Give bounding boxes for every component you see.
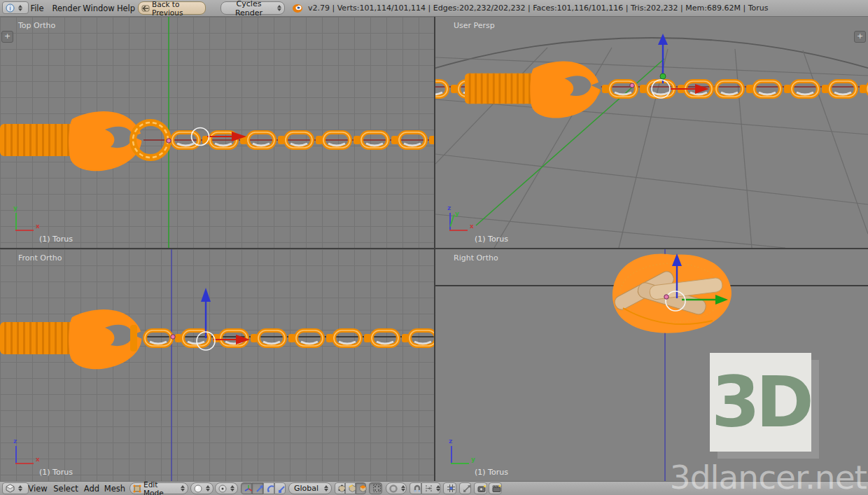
limit-to-visible-button[interactable]	[369, 482, 382, 494]
render-engine-stepper	[277, 5, 281, 11]
pivot-icon	[218, 484, 227, 493]
edit-mode-icon	[133, 484, 141, 493]
render-clapper-icon	[492, 484, 501, 493]
gizmo-x-axis	[449, 230, 468, 231]
manipulator-x-arrow[interactable]	[695, 84, 709, 94]
snap-toggle-button[interactable]	[410, 482, 421, 494]
3d-logo-text: 3D	[711, 368, 810, 438]
gizmo-z-axis	[451, 446, 452, 464]
axis-gizmo-right: z y	[440, 433, 476, 470]
render-engine-select[interactable]: Cycles Render	[220, 1, 285, 15]
viewport-top-ortho[interactable]: Top Ortho (1) Torus + y x	[0, 17, 434, 248]
chain-mesh-top-view[interactable]	[0, 111, 434, 171]
snap-increment-icon	[425, 484, 433, 492]
transform-orientation-select[interactable]: Global	[288, 482, 332, 494]
properties-panel-expand-tab[interactable]: +	[854, 31, 866, 43]
opengl-render-button[interactable]	[474, 482, 487, 494]
translate-manipulator-button[interactable]	[252, 482, 263, 494]
gizmo-x-label: x	[36, 456, 40, 463]
site-watermark: 3dlancer.net	[670, 458, 867, 495]
axis-gizmo-top: y x	[4, 200, 41, 237]
editor-type-button[interactable]	[2, 482, 29, 494]
scale-manipulator-button[interactable]	[274, 482, 286, 494]
viewport-canvas-top-ortho[interactable]	[0, 17, 434, 248]
manipulator-z-arrow[interactable]	[658, 34, 668, 45]
snap-grid-dot-icon	[447, 484, 456, 493]
scene-statistics: v2.79 | Verts:101,114/101,114 | Edges:20…	[308, 0, 768, 16]
viewport-front-ortho[interactable]: Front Ortho (1) Torus z x	[0, 249, 434, 481]
viewport-canvas-front-ortho[interactable]	[0, 249, 434, 481]
viewport-label: Right Ortho	[454, 253, 498, 263]
svg-text:i: i	[9, 4, 11, 11]
pivot-stepper	[230, 485, 234, 491]
manipulator-z-arrow[interactable]	[201, 288, 211, 302]
render-camera-icon	[477, 484, 486, 493]
editor-type-stepper	[18, 5, 22, 11]
active-object-label: (1) Torus	[475, 235, 508, 244]
vertex-select-button[interactable]	[335, 482, 345, 494]
blender-logo-icon	[292, 3, 303, 13]
mode-stepper	[181, 485, 185, 491]
viewport-user-persp[interactable]: User Persp (1) Torus + z y x	[435, 17, 868, 248]
3d-logo-watermark: 3D	[710, 353, 811, 452]
proportional-edit-select[interactable]	[386, 482, 407, 494]
blender-window: i File Render Window Help Back to Previo…	[0, 0, 868, 495]
back-to-previous-label: Back to Previous	[152, 0, 202, 17]
snap-element-select[interactable]	[421, 482, 440, 494]
axis-gizmo-persp: z y x	[440, 200, 476, 237]
gizmo-x-axis	[15, 463, 34, 464]
edge-select-button[interactable]	[345, 482, 356, 494]
align-arrows-icon	[463, 484, 471, 493]
manipulator-toggle-button[interactable]	[241, 482, 252, 494]
mode-select[interactable]: Edit Mode	[130, 482, 188, 494]
viewport-label: User Persp	[454, 21, 495, 30]
face-select-button[interactable]	[356, 482, 366, 494]
pivot-point-select[interactable]	[215, 482, 238, 494]
face-mode-icon	[359, 484, 367, 492]
rotate-manipulator-button[interactable]	[263, 482, 274, 494]
viewport-shading-select[interactable]	[190, 482, 214, 494]
tool-shelf-expand-tab[interactable]: +	[1, 31, 13, 43]
snap-element-stepper	[436, 485, 440, 491]
menu-window[interactable]: Window	[81, 0, 116, 16]
menu-help[interactable]: Help	[113, 0, 139, 16]
render-engine-value: Cycles Render	[224, 0, 274, 18]
gizmo-x-axis	[15, 230, 34, 231]
snap-target-button[interactable]	[443, 482, 456, 494]
proportional-stepper	[401, 485, 405, 491]
menu-render[interactable]: Render	[49, 0, 84, 16]
shading-sphere-icon	[194, 484, 202, 493]
chain-mesh-right-view[interactable]	[612, 253, 732, 333]
object-origin-dot	[167, 139, 171, 143]
gizmo-z-label: z	[447, 204, 451, 211]
proportional-circle-icon	[389, 484, 398, 493]
viewport-label: Top Ortho	[18, 21, 55, 30]
menu-select[interactable]: Select	[52, 482, 80, 495]
menu-view[interactable]: View	[27, 482, 49, 495]
object-origin-dot	[664, 295, 668, 299]
editor-type-stepper	[18, 485, 22, 491]
viewport-canvas-user-persp[interactable]	[435, 17, 868, 248]
orientation-value: Global	[292, 484, 321, 493]
menu-file[interactable]: File	[25, 0, 49, 16]
axis-y-handle[interactable]	[660, 74, 666, 79]
gizmo-y-label: y	[471, 456, 475, 463]
info-header-bar: i File Render Window Help Back to Previo…	[0, 0, 868, 17]
orientation-stepper	[324, 485, 328, 491]
mode-value: Edit Mode	[144, 480, 177, 495]
menu-mesh[interactable]: Mesh	[103, 482, 127, 495]
object-origin-dot	[171, 335, 175, 339]
scale-icon	[278, 484, 286, 493]
gizmo-y-axis	[451, 463, 469, 464]
viewport-editor-icon	[6, 484, 15, 493]
gizmo-x-label: x	[36, 223, 40, 230]
axis-gizmo-front: z x	[4, 433, 41, 470]
active-object-label: (1) Torus	[475, 468, 508, 477]
viewport-label: Front Ortho	[18, 253, 62, 263]
back-to-previous-button[interactable]: Back to Previous	[138, 1, 206, 15]
occlude-geometry-icon	[372, 484, 382, 493]
snap-align-button[interactable]	[459, 482, 471, 494]
opengl-render-anim-button[interactable]	[489, 482, 502, 494]
menu-add[interactable]: Add	[82, 482, 102, 495]
shading-stepper	[206, 485, 210, 491]
